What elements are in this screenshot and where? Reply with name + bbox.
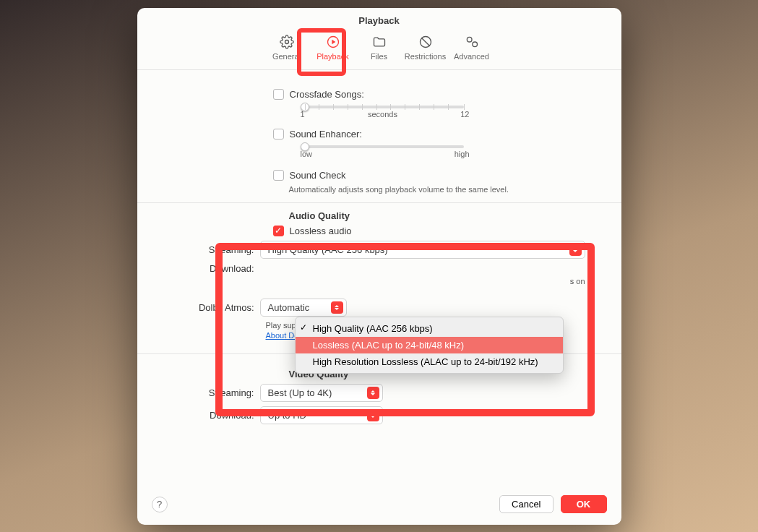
help-label: ? — [157, 499, 162, 510]
dolby-label: Dolby Atmos: — [181, 302, 260, 313]
video-download-value: Up to HD — [268, 410, 306, 421]
crossfade-slider[interactable] — [305, 106, 464, 108]
tab-label: General — [272, 52, 301, 61]
enhancer-checkbox[interactable] — [273, 129, 284, 140]
video-streaming-label: Streaming: — [181, 387, 260, 398]
crossfade-checkbox[interactable] — [273, 89, 284, 100]
soundcheck-desc: Automatically adjusts song playback volu… — [289, 185, 585, 194]
help-button[interactable]: ? — [152, 497, 168, 512]
no-symbol-icon — [417, 33, 434, 51]
tab-files[interactable]: Files — [356, 30, 402, 64]
footer: ? Cancel OK — [137, 484, 621, 525]
enhancer-low: low — [301, 150, 313, 158]
tab-playback[interactable]: Playback — [310, 30, 356, 64]
menu-option-high-quality[interactable]: High Quality (AAC 256 kbps) — [296, 320, 563, 337]
window-title: Playback — [137, 8, 621, 26]
cancel-button[interactable]: Cancel — [499, 495, 553, 513]
ok-button[interactable]: OK — [561, 495, 607, 513]
folder-icon — [371, 33, 388, 51]
tab-advanced[interactable]: Advanced — [449, 30, 495, 64]
menu-option-hires-lossless[interactable]: High Resolution Lossless (ALAC up to 24-… — [296, 353, 563, 370]
dolby-value: Automatic — [268, 302, 310, 313]
dolby-select[interactable]: Automatic — [260, 299, 347, 317]
menu-option-lossless[interactable]: Lossless (ALAC up to 24-bit/48 kHz) — [296, 337, 563, 353]
tab-label: Advanced — [454, 52, 489, 61]
soundcheck-checkbox[interactable] — [273, 170, 284, 181]
note-fragment: s on — [570, 277, 585, 286]
tab-restrictions[interactable]: Restrictions — [402, 30, 449, 64]
download-label: Download: — [181, 263, 260, 274]
stepper-icon — [331, 301, 343, 314]
streaming-select[interactable]: High Quality (AAC 256 kbps) — [260, 241, 585, 259]
lossless-label: Lossless audio — [290, 226, 352, 236]
audio-quality-heading: Audio Quality — [289, 210, 585, 221]
enhancer-slider[interactable] — [305, 145, 464, 148]
tab-label: Files — [371, 52, 387, 61]
gear-icon — [278, 33, 296, 51]
streaming-label: Streaming: — [181, 244, 260, 255]
download-quality-menu: High Quality (AAC 256 kbps) Lossless (AL… — [295, 317, 564, 374]
streaming-value: High Quality (AAC 256 kbps) — [268, 244, 388, 255]
tab-label: Restrictions — [405, 52, 446, 61]
enhancer-high: high — [455, 150, 470, 158]
enhancer-label: Sound Enhancer: — [290, 129, 362, 140]
video-download-select[interactable]: Up to HD — [260, 406, 383, 424]
prefs-toolbar: General Playback Files Restrictions Adva… — [137, 30, 621, 70]
crossfade-max: 12 — [460, 110, 469, 119]
crossfade-mid: seconds — [305, 110, 461, 119]
video-streaming-value: Best (Up to 4K) — [268, 387, 332, 398]
tab-general[interactable]: General — [264, 30, 310, 64]
preferences-window: Playback General Playback Files Restrict… — [137, 8, 621, 525]
svg-point-4 — [472, 42, 477, 47]
play-circle-icon — [324, 33, 342, 51]
stepper-icon — [367, 409, 379, 421]
video-quality-section: Video Quality Streaming: Best (Up to 4K)… — [181, 369, 585, 424]
svg-point-0 — [285, 40, 288, 43]
gears-icon — [463, 33, 481, 51]
video-streaming-select[interactable]: Best (Up to 4K) — [260, 384, 383, 402]
soundcheck-label: Sound Check — [290, 170, 346, 181]
tab-label: Playback — [316, 52, 349, 61]
stepper-icon — [367, 387, 379, 399]
separator — [137, 202, 621, 203]
crossfade-label: Crossfade Songs: — [290, 89, 364, 100]
stepper-icon — [569, 244, 582, 256]
lossless-checkbox[interactable]: ✓ — [273, 226, 284, 236]
svg-point-3 — [467, 37, 472, 42]
video-download-label: Download: — [181, 410, 260, 421]
